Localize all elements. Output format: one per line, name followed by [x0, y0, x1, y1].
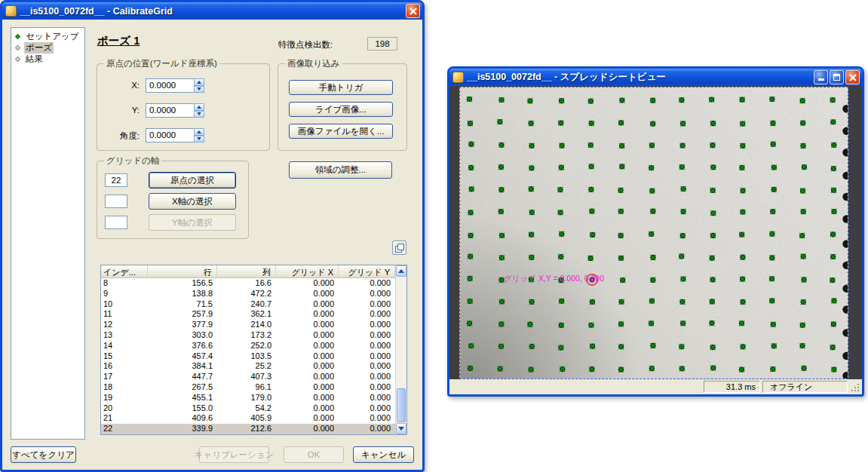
- feature-count-label: 特徴点検出数:: [278, 39, 333, 51]
- scrollbar-track[interactable]: [396, 277, 406, 423]
- axis-index-field[interactable]: 22: [105, 173, 127, 187]
- calibrate-grid-titlebar[interactable]: __is5100_0072fd__ - CalibrateGrid: [2, 2, 422, 20]
- table-row[interactable]: 8156.516.60.0000.000: [101, 278, 395, 289]
- table-cell: 447.7: [148, 372, 217, 382]
- sidebar-item[interactable]: セットアップ: [13, 31, 83, 42]
- maximize-button[interactable]: [830, 70, 844, 84]
- spinner: [194, 128, 204, 143]
- column-header[interactable]: 列: [217, 265, 276, 277]
- select-x-axis-button[interactable]: X軸の選択: [149, 193, 236, 210]
- cancel-button[interactable]: キャンセル: [353, 446, 414, 463]
- coordinate-field: 0.0000: [146, 103, 204, 118]
- select-origin-button[interactable]: 原点の選択: [149, 172, 236, 188]
- spin-down-button[interactable]: [194, 86, 204, 93]
- adjust-region-button[interactable]: 領域の調整...: [289, 161, 392, 179]
- table-cell: 173.2: [217, 330, 276, 341]
- table-cell: 0.000: [276, 361, 339, 372]
- spreadsheet-view-window: __is5100_0072fd__ - スプレッドシートビュー グリッド X,Y…: [447, 66, 864, 397]
- table-row[interactable]: 14376.6252.00.0000.000: [101, 341, 395, 351]
- table-row[interactable]: 12377.9214.00.0000.000: [101, 320, 395, 330]
- sidebar-item[interactable]: ポーズ: [13, 42, 83, 54]
- table-cell: 155.0: [148, 403, 217, 414]
- table-body[interactable]: 8156.516.60.0000.0009138.8472.20.0000.00…: [101, 278, 395, 434]
- resize-grip[interactable]: [850, 381, 860, 393]
- table-cell: 252.0: [217, 341, 276, 351]
- table-row[interactable]: 19455.1179.00.0000.000: [101, 393, 395, 403]
- table-cell: 0.000: [276, 330, 339, 341]
- column-header[interactable]: インデ...: [101, 265, 148, 277]
- manual-trigger-button[interactable]: 手動トリガ: [289, 80, 393, 95]
- down-arrow-icon: [398, 427, 404, 431]
- column-header[interactable]: グリッド X: [276, 265, 339, 277]
- image-view-area: グリッド X,Y = 0.000, 0.000 31.3 ms オフライン: [449, 86, 862, 394]
- table-cell: 0.000: [276, 393, 339, 403]
- table-row[interactable]: 9138.8472.20.0000.000: [101, 289, 395, 299]
- selection-frame[interactable]: グリッド X,Y = 0.000, 0.000: [459, 87, 848, 379]
- column-header[interactable]: 行: [148, 265, 217, 277]
- close-button[interactable]: [845, 70, 860, 84]
- table-cell: 0.000: [339, 424, 395, 434]
- table-row[interactable]: 1071.5240.70.0000.000: [101, 299, 395, 310]
- spinner: [194, 78, 204, 93]
- table-cell: 362.1: [217, 309, 276, 320]
- coordinate-row: 角度:0.0000: [97, 128, 269, 143]
- table-cell: 0.000: [276, 299, 339, 310]
- table-row[interactable]: 21409.6405.90.0000.000: [101, 413, 395, 424]
- table-row[interactable]: 18267.596.10.0000.000: [101, 382, 395, 393]
- scrollbar-thumb[interactable]: [397, 388, 406, 422]
- feature-count-value: 198: [367, 37, 397, 51]
- coordinate-input[interactable]: 0.0000: [146, 128, 194, 143]
- table-row[interactable]: 16384.125.20.0000.000: [101, 361, 395, 372]
- close-button[interactable]: [406, 4, 420, 18]
- table-row[interactable]: 17447.7407.30.0000.000: [101, 372, 395, 382]
- table-row[interactable]: 22339.9212.60.0000.000: [101, 424, 395, 434]
- spin-up-button[interactable]: [194, 103, 204, 111]
- open-image-file-button[interactable]: 画像ファイルを開く...: [289, 124, 393, 139]
- close-icon: [409, 8, 417, 15]
- field-label: X:: [97, 81, 140, 90]
- calibration-button[interactable]: キャリブレーション: [199, 446, 269, 463]
- duplicate-view-button[interactable]: [392, 241, 406, 255]
- table-row[interactable]: 13303.0173.20.0000.000: [101, 330, 395, 341]
- coordinate-input[interactable]: 0.0000: [146, 103, 194, 118]
- spin-up-button[interactable]: [194, 128, 204, 136]
- coordinate-input[interactable]: 0.0000: [146, 78, 194, 93]
- table-cell: 96.1: [217, 382, 276, 393]
- clear-all-button[interactable]: すべてをクリア: [11, 446, 76, 463]
- spreadsheet-view-titlebar[interactable]: __is5100_0072fd__ - スプレッドシートビュー: [449, 69, 862, 86]
- live-image-button[interactable]: ライブ画像...: [289, 102, 393, 117]
- table-row[interactable]: 20155.054.20.0000.000: [101, 403, 395, 414]
- table-cell: 19: [101, 393, 148, 403]
- table-cell: 13: [101, 330, 148, 341]
- spin-down-button[interactable]: [194, 136, 204, 143]
- column-header[interactable]: グリッド Y: [339, 265, 395, 277]
- table-scrollbar[interactable]: [395, 265, 406, 434]
- table-cell: 8: [101, 278, 148, 289]
- table-cell: 25.2: [217, 361, 276, 372]
- table-cell: 0.000: [339, 299, 395, 310]
- minimize-button[interactable]: [814, 70, 828, 84]
- scroll-down-button[interactable]: [396, 423, 406, 434]
- diamond-icon: [15, 34, 20, 39]
- spin-up-button[interactable]: [194, 78, 204, 86]
- spin-down-button[interactable]: [194, 111, 204, 118]
- field-label: Y:: [97, 106, 140, 115]
- table-cell: 71.5: [148, 299, 217, 310]
- table-cell: 0.000: [339, 403, 395, 414]
- table-cell: 0.000: [276, 320, 339, 330]
- step-list: セットアップポーズ結果: [11, 27, 85, 440]
- axis-index-field[interactable]: [105, 216, 127, 229]
- select-y-axis-button[interactable]: Y軸の選択: [149, 214, 236, 231]
- sidebar-item[interactable]: 結果: [13, 54, 83, 65]
- scroll-up-button[interactable]: [396, 265, 406, 277]
- table-header: インデ...行列グリッド Xグリッド Y: [101, 265, 395, 278]
- table-cell: 212.6: [217, 424, 276, 434]
- calibration-grid-image[interactable]: [460, 87, 848, 379]
- table-cell: 214.0: [217, 320, 276, 330]
- table-row[interactable]: 11257.9362.10.0000.000: [101, 309, 395, 320]
- axis-index-field[interactable]: [105, 195, 127, 208]
- ok-button[interactable]: OK: [284, 446, 344, 463]
- up-arrow-icon: [197, 130, 201, 133]
- table-row[interactable]: 15457.4103.50.0000.000: [101, 351, 395, 362]
- table-cell: 17: [101, 372, 148, 382]
